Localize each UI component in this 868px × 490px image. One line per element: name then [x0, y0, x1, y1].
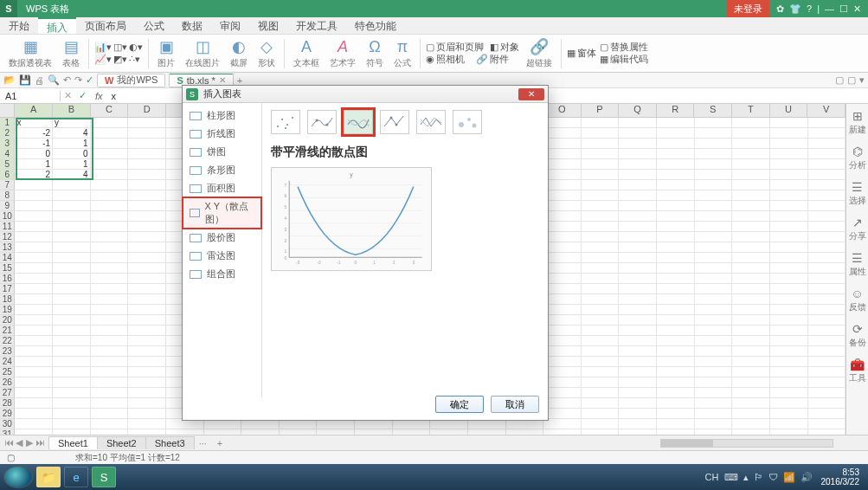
- cell[interactable]: [128, 357, 166, 367]
- cell[interactable]: [657, 294, 695, 305]
- row-header[interactable]: 21: [0, 326, 15, 336]
- chart-type-item[interactable]: 饼图: [183, 143, 261, 161]
- cell[interactable]: [619, 232, 657, 242]
- cell[interactable]: [619, 357, 657, 367]
- cell[interactable]: [732, 242, 770, 253]
- cell[interactable]: [695, 367, 733, 377]
- cell[interactable]: [91, 180, 129, 190]
- cell[interactable]: [582, 398, 620, 409]
- cell[interactable]: [657, 159, 695, 170]
- col-header[interactable]: R: [657, 104, 695, 117]
- cell[interactable]: [657, 253, 695, 263]
- cell[interactable]: [657, 201, 695, 211]
- cell[interactable]: [770, 357, 808, 367]
- cell[interactable]: [770, 170, 808, 180]
- cell[interactable]: [657, 377, 695, 388]
- cell[interactable]: [15, 336, 53, 346]
- ribbon-textbox[interactable]: A文本框: [290, 38, 323, 69]
- row-header[interactable]: 28: [0, 398, 15, 409]
- cell[interactable]: [695, 159, 733, 170]
- first-icon[interactable]: ⏮: [3, 437, 14, 448]
- cell[interactable]: [128, 274, 166, 284]
- cell[interactable]: [53, 253, 91, 263]
- cell[interactable]: [732, 201, 770, 211]
- object-icon[interactable]: ◧: [490, 42, 498, 53]
- chart-icon[interactable]: ◫▾: [113, 42, 127, 53]
- chart-type-item[interactable]: X Y（散点图）: [183, 197, 261, 229]
- collapse-icon[interactable]: ▢: [835, 74, 844, 86]
- cell[interactable]: [128, 149, 166, 159]
- cell[interactable]: [657, 409, 695, 419]
- doc-tab-mywps[interactable]: W我的WPS: [97, 74, 165, 87]
- cell[interactable]: [732, 139, 770, 149]
- cell[interactable]: [808, 232, 845, 242]
- cell[interactable]: [128, 284, 166, 294]
- cell[interactable]: [543, 232, 582, 242]
- cell[interactable]: [619, 149, 657, 159]
- cell[interactable]: 1: [15, 159, 53, 170]
- cell[interactable]: [543, 170, 582, 180]
- cell[interactable]: [128, 201, 166, 211]
- cell[interactable]: [695, 253, 733, 263]
- cell[interactable]: [128, 222, 166, 232]
- cell[interactable]: [128, 419, 166, 429]
- col-header[interactable]: Q: [619, 104, 657, 117]
- cell[interactable]: [543, 346, 582, 357]
- prev-icon[interactable]: ◀: [14, 437, 24, 448]
- cell[interactable]: [582, 315, 620, 326]
- subtype-straight-markers[interactable]: [380, 110, 409, 134]
- cell[interactable]: [808, 139, 845, 149]
- cell[interactable]: [657, 149, 695, 159]
- tab-close-icon[interactable]: ✕: [219, 75, 226, 85]
- cell[interactable]: 1: [53, 139, 91, 149]
- flag-icon[interactable]: 🏳: [754, 472, 763, 482]
- cell[interactable]: [732, 284, 770, 294]
- cell[interactable]: [732, 159, 770, 170]
- cell[interactable]: [91, 294, 129, 305]
- ribbon-table[interactable]: ▤表格: [59, 37, 83, 69]
- cell[interactable]: [53, 357, 91, 367]
- cell[interactable]: [695, 315, 733, 326]
- cell[interactable]: [770, 263, 808, 274]
- col-header[interactable]: U: [770, 104, 808, 117]
- cell[interactable]: [91, 128, 129, 139]
- cell[interactable]: [657, 180, 695, 190]
- cell[interactable]: [619, 398, 657, 409]
- cell[interactable]: [91, 326, 129, 336]
- cell[interactable]: [619, 377, 657, 388]
- cell[interactable]: [128, 388, 166, 398]
- cell[interactable]: [619, 326, 657, 336]
- cell[interactable]: [619, 305, 657, 315]
- cell[interactable]: [808, 242, 845, 253]
- cell[interactable]: [543, 377, 582, 388]
- chart-icon[interactable]: ◐▾: [129, 42, 143, 53]
- cell[interactable]: [657, 232, 695, 242]
- row-header[interactable]: 5: [0, 159, 15, 170]
- cell[interactable]: [128, 211, 166, 222]
- cell[interactable]: [582, 232, 620, 242]
- cell[interactable]: [770, 159, 808, 170]
- cell[interactable]: [770, 377, 808, 388]
- cell[interactable]: [808, 336, 845, 346]
- cell[interactable]: [582, 357, 620, 367]
- cell[interactable]: [808, 357, 845, 367]
- cell[interactable]: [770, 326, 808, 336]
- cell[interactable]: [770, 222, 808, 232]
- cell[interactable]: [695, 336, 733, 346]
- ribbon-hyperlink[interactable]: 🔗超链接: [523, 37, 556, 69]
- cell[interactable]: [619, 409, 657, 419]
- cell[interactable]: [582, 118, 620, 128]
- cell[interactable]: [732, 305, 770, 315]
- cell[interactable]: [657, 263, 695, 274]
- cell[interactable]: [695, 398, 733, 409]
- row-header[interactable]: 2: [0, 128, 15, 139]
- cell[interactable]: [53, 284, 91, 294]
- cell[interactable]: [695, 294, 733, 305]
- cell[interactable]: [91, 242, 129, 253]
- print-icon[interactable]: 🖨: [35, 75, 44, 86]
- cell[interactable]: [543, 211, 582, 222]
- cell[interactable]: [770, 118, 808, 128]
- cell[interactable]: [128, 263, 166, 274]
- cell[interactable]: [619, 367, 657, 377]
- col-header[interactable]: C: [91, 104, 129, 117]
